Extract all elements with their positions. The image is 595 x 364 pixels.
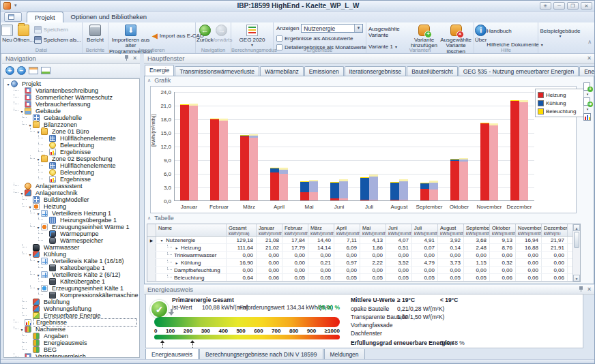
expander-icon[interactable]: ▾ (19, 191, 25, 196)
column-header-juli[interactable]: JulikWh/(m²mth) (412, 224, 438, 236)
main-tab-iterationsergebnisse[interactable]: Iterationsergebnisse (345, 66, 407, 76)
chart-settings-button[interactable] (582, 112, 593, 122)
table-row-nutzenergie[interactable]: ▶▾Nutzenergie129,1821,0817,8414,407,114,… (147, 237, 580, 244)
expander-icon[interactable]: ▾ (27, 252, 33, 257)
table-row-heizung[interactable]: ▸Heizung111,6421,0217,7914,146,091,860,5… (147, 244, 580, 252)
tree-item-geb-ude[interactable]: ▾Gebäude (4, 108, 139, 115)
tree-item-sommerlicher-w-rmeschutz[interactable]: Sommerlicher Wärmeschutz (4, 94, 139, 101)
tree-item-verteilkreis-heizung-1[interactable]: ▾Verteilkreis Heizung 1 (4, 210, 139, 217)
save-button[interactable]: Speichern (34, 25, 81, 34)
close-icon[interactable]: ✕ (587, 55, 592, 61)
expander-icon[interactable]: ▸ (174, 245, 179, 250)
expander-icon[interactable]: ▾ (35, 286, 41, 291)
tree-item-k-hlung[interactable]: ▾Kühlung (4, 251, 139, 258)
column-header-september[interactable]: SeptemberkWh/(m²mth) (464, 224, 490, 236)
tree-item-erzeugungseinheit-w-rme-1[interactable]: ▾Erzeugungseinheit Wärme 1 (4, 224, 139, 230)
expander-icon[interactable]: ▾ (5, 82, 11, 87)
ribbon-collapse-icon[interactable]: ∧ (587, 39, 592, 45)
forward-button[interactable]: → Vorwärts (213, 23, 230, 46)
tree-item-h-llfl-chenelemente[interactable]: Hüllflächenelemente (4, 162, 139, 169)
close-icon[interactable]: ✕ (132, 55, 137, 61)
column-header-mai[interactable]: MaikWh/(m²mth) (360, 224, 386, 236)
close-button[interactable]: ✕ (581, 2, 592, 10)
tree-item-geb-udeh-lle[interactable]: Gebäudehülle (4, 115, 139, 121)
tree-item-variantenbeschreibung[interactable]: Variantenbeschreibung (4, 87, 139, 94)
tree-item-verteilkreis-k-lte-1-16-18-[interactable]: ▾Verteilkreis Kälte 1 (16/18) (4, 258, 139, 264)
panel-view-bottom-button[interactable] (41, 67, 50, 74)
maximize-button[interactable]: ❐ (567, 2, 579, 10)
expander-icon[interactable]: ▾ (35, 130, 41, 134)
table-row-dampfbefeuchtung[interactable]: Dampfbefeuchtung0,000,000,000,000,000,00… (147, 267, 580, 274)
pin-icon[interactable] (579, 286, 583, 292)
expander-icon[interactable]: ▾ (35, 273, 41, 277)
tree-item-verteilkreis-k-lte-2-6-12-[interactable]: ▾Verteilkreis Kälte 2 (6/12) (4, 271, 139, 278)
tabelle-section-header[interactable]: ∧ Tabelle (147, 215, 174, 222)
paste-chart-button[interactable]: + (582, 82, 593, 92)
example-building-button[interactable]: Beispielgebäude ▾ (539, 23, 581, 46)
expander-icon[interactable]: ▾ (35, 259, 41, 264)
dropdown-icon[interactable]: ▾ (587, 108, 589, 111)
add-variant-button[interactable]: Variante hinzufügen (409, 23, 439, 46)
save-as-button[interactable]: Speichern als... (34, 35, 81, 44)
table-scrollbar[interactable]: ▲▼ (572, 224, 580, 282)
pin-icon[interactable] (124, 55, 128, 61)
tree-item-verbraucherfassung[interactable]: Verbraucherfassung (4, 101, 139, 108)
about-button[interactable]: i Über (475, 23, 487, 46)
anzeigen-select[interactable]: Nutzenergie ▼ (301, 24, 363, 33)
tree-item-anlagenassistent[interactable]: Anlagenassistent (4, 183, 139, 189)
tree-item-bel-ftung[interactable]: Belüftung (4, 299, 139, 305)
tree-item-projekt[interactable]: ▾Projekt (4, 80, 139, 87)
main-tab-energiefl-sse[interactable]: Energieflüsse (579, 66, 594, 76)
column-header-februar[interactable]: FebruarkWh/(m²mth) (282, 224, 308, 236)
open-button[interactable]: Öffnen... (13, 23, 34, 46)
dropdown-icon[interactable]: ▾ (587, 93, 589, 96)
column-header-dezember[interactable]: DezemberkWh/(m² (542, 224, 568, 236)
tree-item-ergebnisse[interactable]: Ergebnisse (4, 149, 139, 155)
expander-icon[interactable]: ▾ (35, 157, 41, 162)
column-header-januar[interactable]: JanuarkWh/(m²mth) (257, 224, 282, 236)
tree-item-beleuchtung[interactable]: Beleuchtung (4, 169, 139, 176)
expander-icon[interactable]: ▸ (174, 260, 179, 265)
grafik-section-header[interactable]: ∧ Grafik (147, 77, 171, 84)
main-tab-energie[interactable]: Energie (145, 65, 174, 76)
report-button[interactable]: Bericht (84, 23, 107, 46)
tree-item-angaben[interactable]: Angaben (4, 333, 139, 339)
tree-item-zone-02-besprechung[interactable]: ▾Zone 02 Besprechung (4, 155, 139, 162)
tree-item-buildingmodeller[interactable]: BuildingModeller (4, 196, 139, 203)
tree-item-beg[interactable]: BEG (4, 346, 139, 353)
tree-item-kompressionsk-ltemaschine[interactable]: Kompressionskältemaschine (4, 292, 139, 299)
tree-item-bilanzzonen[interactable]: ▾Bilanzzonen (4, 121, 139, 128)
import-old-version-button[interactable]: ⬇ Importieren aus alter Programmversion (109, 23, 152, 46)
main-tab-emissionen[interactable]: Emissionen (304, 66, 344, 76)
table-row-beleuchtung[interactable]: Beleuchtung0,640,060,050,050,050,050,050… (147, 274, 580, 282)
table-row-k-hlung[interactable]: ▸Kühlung16,900,000,000,210,972,223,524,7… (147, 259, 580, 267)
collapse-all-button[interactable]: − (17, 66, 26, 75)
expander-icon[interactable]: ▾ (19, 327, 25, 332)
expander-icon[interactable]: ▾ (35, 211, 41, 216)
scroll-down-icon[interactable]: ▼ (573, 275, 580, 282)
delete-variant-button[interactable]: Ausgewählte Variante löschen (439, 23, 473, 46)
tree-item-wohnungsl-ftung[interactable]: Wohnungslüftung (4, 305, 139, 312)
tree-item-beleuchtung[interactable]: Beleuchtung (4, 142, 139, 149)
column-header-name[interactable]: Name (156, 224, 227, 236)
column-header-oktober[interactable]: OktoberkWh/(m²mth) (490, 224, 516, 236)
main-tab-w-rmebilanz[interactable]: Wärmebilanz (260, 66, 304, 76)
tree-item-w-rmepumpe[interactable]: Wärmepumpe (4, 230, 139, 237)
tree-item-k-lte-bergabe-1[interactable]: Kälteübergabe 1 (4, 264, 139, 271)
expander-icon[interactable]: ▾ (27, 123, 33, 127)
tree-item-ergebnisse[interactable]: Ergebnisse (4, 176, 139, 183)
panel-view-top-button[interactable] (29, 67, 38, 74)
column-header-august[interactable]: AugustkWh/(m²mth) (438, 224, 464, 236)
application-menu-button[interactable] (4, 12, 22, 22)
column-header-november[interactable]: NovemberkWh/(m²mth) (516, 224, 542, 236)
close-icon[interactable]: ✕ (587, 286, 592, 292)
tree-item-ergebnisse[interactable]: Ergebnisse (4, 319, 139, 326)
tree-item-variantenvergleich[interactable]: Variantenvergleich (4, 353, 139, 358)
checkbox-absolutwerte[interactable]: Ergebnisse als Absolutwerte (276, 34, 363, 43)
tree-item-heizungs-bergabe-1[interactable]: Heizungsübergabe 1 (4, 217, 139, 224)
tree-item-h-llfl-chenelemente[interactable]: Hüllflächenelemente (4, 135, 139, 142)
main-tab-transmissionsw-rmeverluste[interactable]: Transmissionswärmeverluste (175, 66, 259, 76)
expand-all-button[interactable]: + (5, 66, 14, 75)
tree-item-heizung[interactable]: ▾Heizung (4, 203, 139, 210)
geg-2020-button[interactable]: GEG 2020 ▾ (235, 23, 270, 46)
